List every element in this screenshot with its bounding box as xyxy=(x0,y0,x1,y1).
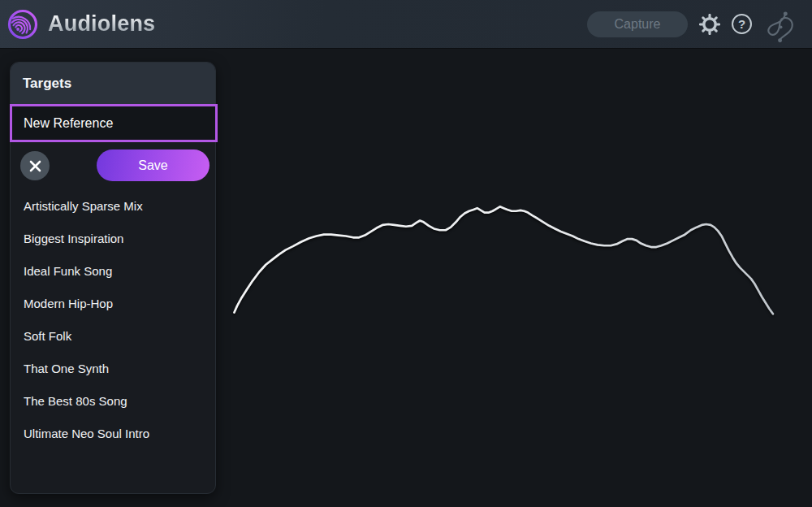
topbar: Audiolens Capture xyxy=(0,0,812,49)
settings-button[interactable] xyxy=(699,14,720,35)
targets-panel-header: Targets xyxy=(11,63,215,104)
audiolens-logo-icon xyxy=(6,8,39,41)
target-list-item[interactable]: Soft Folk xyxy=(11,319,215,352)
target-list-item[interactable]: That One Synth xyxy=(11,352,215,384)
target-list-item[interactable]: Artistically Sparse Mix xyxy=(11,189,215,222)
reference-name-input[interactable] xyxy=(10,104,218,142)
izotope-squiggle-icon xyxy=(763,3,801,46)
target-list-item[interactable]: Biggest Inspiration xyxy=(11,222,215,254)
target-list-item[interactable]: The Best 80s Song xyxy=(11,384,215,417)
izotope-logo[interactable] xyxy=(763,3,801,46)
target-list-item[interactable]: Modern Hip-Hop xyxy=(11,287,215,319)
brand: Audiolens xyxy=(6,8,155,41)
targets-panel: Targets Save Artistically Sparse MixBigg… xyxy=(10,62,216,494)
app-title: Audiolens xyxy=(48,11,155,37)
spectrum-curve xyxy=(235,206,773,314)
target-list: Artistically Sparse MixBiggest Inspirati… xyxy=(11,181,215,449)
panel-title: Targets xyxy=(23,76,71,92)
cancel-button[interactable] xyxy=(20,151,50,180)
target-list-item[interactable]: Ideal Funk Song xyxy=(11,254,215,287)
topbar-actions: Capture xyxy=(587,3,801,46)
close-icon xyxy=(29,160,41,172)
help-icon: ? xyxy=(732,14,752,34)
reference-actions: Save xyxy=(11,150,215,181)
target-list-item[interactable]: Ultimate Neo Soul Intro xyxy=(11,417,215,449)
gear-icon xyxy=(699,14,720,35)
capture-button[interactable]: Capture xyxy=(587,11,688,37)
help-button[interactable]: ? xyxy=(732,14,752,34)
save-button[interactable]: Save xyxy=(97,150,209,181)
